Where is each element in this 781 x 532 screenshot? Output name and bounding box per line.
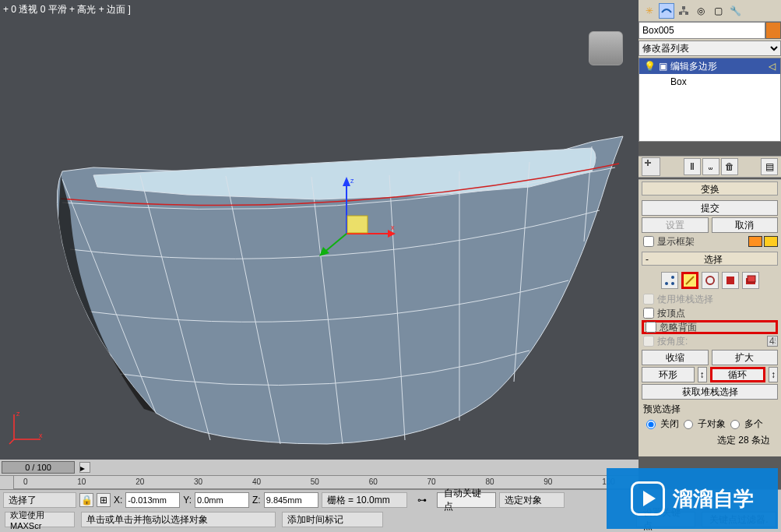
preview-sub-label: 子对象 xyxy=(698,417,726,431)
time-slider-thumb[interactable]: 0 / 100 xyxy=(2,461,75,474)
preview-sub-radio[interactable] xyxy=(684,420,693,429)
lightbulb-icon: 💡 xyxy=(644,58,656,74)
tick-30: 30 xyxy=(194,477,202,486)
edge-subobj-icon[interactable] xyxy=(681,272,698,289)
object-name-row xyxy=(639,22,781,41)
ring-spinner[interactable]: ↕ xyxy=(698,367,707,382)
watermark-text: 溜溜自学 xyxy=(673,485,754,513)
frame-color-2[interactable] xyxy=(764,236,778,247)
settings-button[interactable]: 设置 xyxy=(642,217,709,233)
grow-button[interactable]: 扩大 xyxy=(712,350,779,365)
ignore-backface-checkbox[interactable] xyxy=(646,322,656,333)
object-color-swatch[interactable] xyxy=(765,22,781,39)
tick-10: 10 xyxy=(77,477,86,486)
ignore-backface-label: 忽略背面 xyxy=(660,321,697,334)
rollout-panel: 变换 提交 设置 取消 显示框架 - 选择 xyxy=(639,179,781,456)
modifier-list-dropdown[interactable]: 修改器列表 xyxy=(639,41,781,56)
auto-key-button[interactable]: 自动关键点 xyxy=(437,492,496,508)
use-stack-select-row: 使用堆栈选择 xyxy=(642,292,778,306)
element-subobj-icon[interactable] xyxy=(742,272,759,289)
by-vertex-row: 按顶点 xyxy=(642,306,778,320)
y-input[interactable] xyxy=(195,492,249,508)
lock-selection-button[interactable]: 🔒 xyxy=(79,493,93,507)
vertex-subobj-icon[interactable] xyxy=(661,272,678,289)
edge-icon: ◁ xyxy=(769,58,776,74)
object-name-input[interactable] xyxy=(639,22,765,39)
show-frame-row: 显示框架 xyxy=(642,234,778,248)
get-stack-select-button[interactable]: 获取堆栈选择 xyxy=(642,384,778,400)
by-angle-checkbox xyxy=(643,336,654,347)
pin-stack-button[interactable] xyxy=(642,157,660,176)
by-vertex-label: 按顶点 xyxy=(657,307,685,320)
viewport-perspective[interactable]: + 0 透视 0 平滑 + 高光 + 边面 ] xyxy=(0,0,639,460)
frame-color-1[interactable] xyxy=(748,236,762,247)
stack-button-row: Ⅱ ⩊ 🗑 ▤ xyxy=(639,156,781,178)
svg-rect-24 xyxy=(685,12,688,15)
modifier-stack[interactable]: 💡 ▣ 编辑多边形 ◁ Box xyxy=(639,58,781,142)
model-boat[interactable] xyxy=(47,132,639,452)
remove-modifier-button[interactable]: 🗑 xyxy=(721,158,738,175)
create-tab-icon[interactable]: ✳ xyxy=(642,3,657,19)
rollout-select-title: 选择 xyxy=(704,254,723,265)
make-unique-button[interactable]: ⩊ xyxy=(702,158,719,175)
cancel-button[interactable]: 取消 xyxy=(712,217,779,233)
command-panel-tabs: ✳ ◎ ▢ 🔧 xyxy=(639,0,781,22)
svg-rect-32 xyxy=(726,277,734,284)
tick-0: 0 xyxy=(23,477,28,486)
time-slider[interactable]: 0 / 100 ▸ xyxy=(0,460,639,475)
ruler-menu-button[interactable] xyxy=(0,476,14,490)
preview-off-label: 关闭 xyxy=(660,417,679,431)
svg-text:x: x xyxy=(39,432,43,439)
preview-off-radio[interactable] xyxy=(646,420,656,429)
axis-indicator: z x xyxy=(8,407,47,446)
utilities-tab-icon[interactable]: 🔧 xyxy=(727,3,743,19)
rollout-select-body: 使用堆栈选择 按顶点 忽略背面 按角度: 收缩 扩大 环形 ↕ 循环 ↕ 获取堆… xyxy=(639,267,781,450)
configure-sets-button[interactable]: ▤ xyxy=(761,158,778,175)
polygon-subobj-icon[interactable] xyxy=(722,272,739,289)
preview-select-label: 预览选择 xyxy=(643,403,776,416)
welcome-box: 欢迎使用 MAXScr xyxy=(5,512,75,527)
z-input[interactable] xyxy=(264,492,318,508)
motion-tab-icon[interactable]: ◎ xyxy=(693,3,709,19)
watermark: 溜溜自学 xyxy=(607,468,778,529)
rollout-transform-header[interactable]: 变换 xyxy=(642,181,778,196)
selected-object-dropdown[interactable]: 选定对象 xyxy=(499,492,565,508)
transform-mode-button[interactable]: ⊞ xyxy=(97,493,111,507)
svg-rect-22 xyxy=(682,6,685,9)
modify-tab-icon[interactable] xyxy=(659,3,674,19)
border-subobj-icon[interactable] xyxy=(702,272,719,289)
shrink-button[interactable]: 收缩 xyxy=(642,350,709,365)
time-slider-nav[interactable]: ▸ xyxy=(79,462,90,473)
show-frame-checkbox[interactable] xyxy=(643,236,654,247)
key-icon[interactable]: ⊶ xyxy=(410,495,434,506)
watermark-play-icon xyxy=(631,481,665,516)
viewcube[interactable] xyxy=(589,31,623,65)
display-tab-icon[interactable]: ▢ xyxy=(710,3,726,19)
show-end-result-button[interactable]: Ⅱ xyxy=(684,158,701,175)
selected-edges-count: 选定 28 条边 xyxy=(642,432,778,449)
time-ruler[interactable]: 0 10 20 30 40 50 60 70 80 90 100 xyxy=(0,475,639,489)
by-angle-label: 按角度: xyxy=(657,335,688,348)
preview-many-radio[interactable] xyxy=(730,420,740,429)
grid-info: 栅格 = 10.0mm xyxy=(322,492,407,508)
tick-50: 50 xyxy=(311,477,319,486)
expand-icon[interactable]: ▣ xyxy=(659,58,667,74)
stack-item-box[interactable]: Box xyxy=(639,74,780,90)
submit-button[interactable]: 提交 xyxy=(642,200,778,216)
x-input[interactable] xyxy=(125,492,180,508)
stack-box-label: Box xyxy=(670,74,687,90)
loop-spinner[interactable]: ↕ xyxy=(769,367,778,382)
ruler-ticks: 0 10 20 30 40 50 60 70 80 90 100 xyxy=(23,477,639,486)
stack-item-edit-poly[interactable]: 💡 ▣ 编辑多边形 ◁ xyxy=(639,58,780,74)
add-time-marker[interactable]: 添加时间标记 xyxy=(282,512,383,527)
svg-line-30 xyxy=(686,277,694,284)
collapse-icon[interactable]: - xyxy=(646,252,649,266)
tick-90: 90 xyxy=(544,477,552,486)
rollout-select-header[interactable]: - 选择 xyxy=(642,252,778,266)
ring-button[interactable]: 环形 xyxy=(642,367,695,382)
loop-button[interactable]: 循环 xyxy=(710,367,766,382)
hierarchy-tab-icon[interactable] xyxy=(676,3,691,19)
use-stack-select-checkbox xyxy=(643,294,654,305)
by-vertex-checkbox[interactable] xyxy=(643,308,654,319)
svg-point-28 xyxy=(671,276,674,279)
